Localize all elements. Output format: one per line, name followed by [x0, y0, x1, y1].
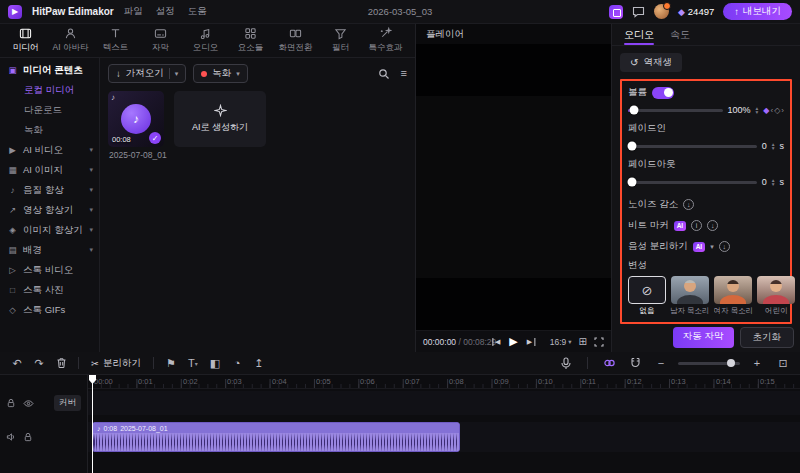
sidebar-item-video-enhancer[interactable]: ↗ 영상 향상기 ▾: [0, 200, 99, 220]
sidebar-item-downloads[interactable]: 다운로드: [0, 100, 99, 120]
chevron-down-icon[interactable]: ▾: [710, 243, 714, 251]
avatar[interactable]: [654, 4, 669, 19]
stepper-down-icon[interactable]: ▾: [756, 110, 759, 115]
download-icon[interactable]: ↓: [719, 241, 730, 252]
fade-in-slider[interactable]: [628, 145, 757, 148]
sort-icon[interactable]: ≡: [401, 68, 407, 79]
stepper-down-icon[interactable]: ▾: [772, 182, 775, 187]
reset-button[interactable]: 초기화: [740, 327, 795, 348]
fade-out-slider-knob[interactable]: [627, 178, 636, 187]
tab-subtitle[interactable]: 자막: [138, 24, 183, 57]
sidebar-item-stock-video[interactable]: ▷ 스톡 비디오: [0, 260, 99, 280]
voice-option-child[interactable]: 어린이: [757, 276, 795, 316]
female-voice-tile[interactable]: [714, 276, 752, 304]
playhead[interactable]: [92, 375, 93, 473]
child-voice-tile[interactable]: [757, 276, 795, 304]
delete-button[interactable]: [52, 354, 70, 372]
media-item-audio-thumbnail[interactable]: ♪ ♪ 00:08 ✓: [108, 91, 164, 147]
sidebar-item-image-enhancer[interactable]: ◈ 이미지 향상기 ▾: [0, 220, 99, 240]
sidebar-section-media-content[interactable]: ▣ 미디어 콘텐츠: [0, 60, 99, 80]
stepper-down-icon[interactable]: ▾: [772, 146, 775, 151]
grid-icon[interactable]: ⊞: [579, 336, 587, 347]
mask-button[interactable]: ◧: [206, 354, 224, 372]
volume-slider[interactable]: [628, 109, 723, 112]
noise-reduction-row[interactable]: 노이즈 감소 ↓: [628, 194, 784, 215]
next-frame-button[interactable]: ▶: [527, 338, 535, 346]
audio-clip[interactable]: ♪ 0:08 2025-07-08_01: [92, 422, 460, 452]
sidebar-item-record[interactable]: 녹화: [0, 120, 99, 140]
download-icon[interactable]: ↓: [683, 199, 694, 210]
voiceover-mic-button[interactable]: [557, 354, 575, 372]
fade-out-stepper[interactable]: ▴ ▾: [772, 178, 775, 187]
aspect-ratio-select[interactable]: 16:9 ▾: [550, 337, 572, 347]
snapshot-button[interactable]: ↥: [250, 354, 268, 372]
record-button[interactable]: 녹화 ▾: [193, 64, 248, 83]
zoom-out-button[interactable]: −: [652, 354, 670, 372]
tab-ai-avatar[interactable]: AI 아바타: [48, 24, 93, 57]
speed-button[interactable]: ◔: [228, 354, 246, 372]
keyframe-add-icon[interactable]: ◇: [774, 106, 780, 115]
voice-option-none[interactable]: ⊘ 없음: [628, 276, 666, 316]
voice-option-female[interactable]: 여자 목소리: [714, 276, 754, 316]
preview-screen[interactable]: [416, 44, 611, 330]
export-button[interactable]: ↑ 내보내기: [723, 3, 792, 20]
previous-frame-button[interactable]: ◀: [492, 338, 500, 346]
sidebar-item-ai-image[interactable]: ▦ AI 이미지 ▾: [0, 160, 99, 180]
redo-button[interactable]: ↷: [30, 354, 48, 372]
cover-button[interactable]: 커버: [54, 395, 81, 411]
import-button[interactable]: ↓ 가져오기 ▾: [108, 64, 186, 83]
lock-icon[interactable]: [23, 432, 33, 442]
beat-marker-row[interactable]: 비트 마커 AI i ↓: [628, 215, 784, 236]
tab-filters[interactable]: 필터: [318, 24, 363, 57]
fade-out-slider[interactable]: [628, 181, 757, 184]
voice-option-male[interactable]: 남자 목소리: [670, 276, 710, 316]
zoom-slider-knob[interactable]: [727, 359, 735, 367]
tab-audio[interactable]: 오디오: [183, 24, 228, 57]
lock-icon[interactable]: [6, 398, 16, 408]
message-icon[interactable]: [632, 5, 645, 18]
magnet-snap-button[interactable]: [626, 354, 644, 372]
eye-icon[interactable]: [23, 399, 34, 408]
keyframe-prev-icon[interactable]: ‹: [771, 106, 774, 115]
volume-slider-knob[interactable]: [629, 106, 638, 115]
sidebar-item-background[interactable]: ▤ 배경 ▾: [0, 240, 99, 260]
credits-counter[interactable]: ◆ 24497: [678, 6, 714, 17]
auto-subtitle-button[interactable]: 자동 자막: [673, 327, 734, 348]
tab-text[interactable]: 텍스트: [93, 24, 138, 57]
tab-speed-settings[interactable]: 속도: [670, 24, 690, 45]
download-icon[interactable]: ↓: [707, 220, 718, 231]
sidebar-item-audio-enhance[interactable]: ♪ 음질 향상 ▾: [0, 180, 99, 200]
tab-transitions[interactable]: 화면전환: [273, 24, 318, 57]
speaker-icon[interactable]: [6, 432, 16, 442]
menu-settings[interactable]: 설정: [156, 5, 175, 18]
text-tool-button[interactable]: T▾: [184, 354, 202, 372]
promo-icon[interactable]: [609, 5, 623, 19]
menu-file[interactable]: 파일: [124, 5, 143, 18]
no-voice-tile[interactable]: ⊘: [628, 276, 666, 304]
search-icon[interactable]: [378, 68, 390, 80]
voice-separation-row[interactable]: 음성 분리하기 AI ▾ ↓: [628, 236, 784, 257]
sidebar-item-stock-photo[interactable]: □ 스톡 사진: [0, 280, 99, 300]
zoom-in-button[interactable]: +: [748, 354, 766, 372]
tab-media[interactable]: 미디어: [3, 24, 48, 57]
timeline-ruler[interactable]: 00:00 0:01 0:02 0:03 0:04 0:05 0:06 0:07…: [88, 375, 800, 389]
fullscreen-icon[interactable]: [594, 337, 604, 347]
link-clips-button[interactable]: [600, 354, 618, 372]
fade-in-slider-knob[interactable]: [627, 142, 636, 151]
keyframe-next-icon[interactable]: ›: [781, 106, 784, 115]
sidebar-item-stock-gifs[interactable]: ◇ 스톡 GIFs: [0, 300, 99, 320]
timeline-zoom-slider[interactable]: [678, 362, 740, 365]
fit-timeline-button[interactable]: ⊡: [774, 354, 792, 372]
sidebar-item-ai-video[interactable]: ▶ AI 비디오 ▾: [0, 140, 99, 160]
ai-generate-card[interactable]: AI로 생성하기: [174, 91, 266, 147]
play-button[interactable]: ▶: [509, 335, 517, 348]
tab-audio-settings[interactable]: 오디오: [624, 24, 654, 45]
fade-in-stepper[interactable]: ▴ ▾: [772, 142, 775, 151]
menu-help[interactable]: 도움: [188, 5, 207, 18]
split-button[interactable]: ✂ 분리하기: [87, 357, 145, 370]
keyframe-diamond-icon[interactable]: ◆: [763, 106, 769, 115]
reverse-playback-button[interactable]: ↺ 역재생: [620, 53, 682, 72]
sidebar-item-local-media[interactable]: 로컬 미디어: [0, 80, 99, 100]
tab-elements[interactable]: 요소들: [228, 24, 273, 57]
undo-button[interactable]: ↶: [8, 354, 26, 372]
